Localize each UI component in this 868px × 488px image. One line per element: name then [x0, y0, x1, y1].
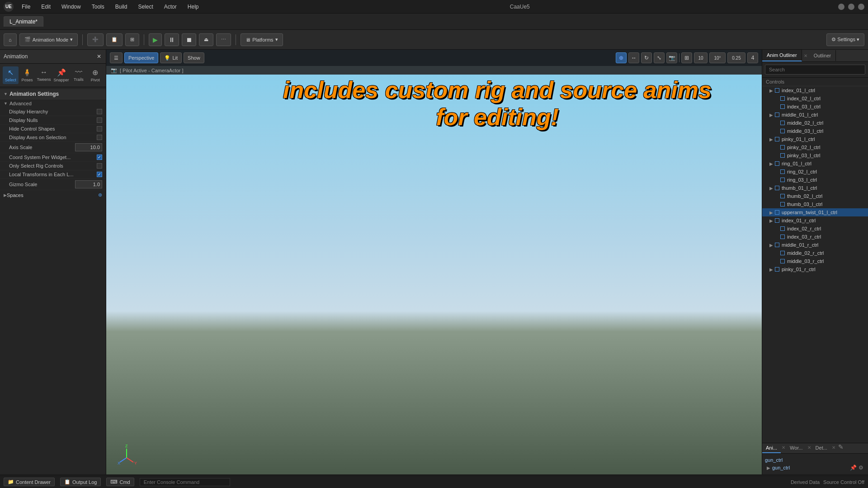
- tree-item-pinky_01_l_ctrl[interactable]: ▶pinky_01_l_ctrl: [762, 135, 868, 143]
- tree-item-index_02_r_ctrl[interactable]: index_02_r_ctrl: [762, 225, 868, 233]
- stop-button[interactable]: ⏹: [182, 33, 196, 46]
- only-rig-checkbox[interactable]: [97, 163, 102, 169]
- eject-button[interactable]: ⏏: [199, 33, 213, 46]
- local-transforms-checkbox[interactable]: [97, 172, 102, 177]
- tree-item-pinky_03_l_ctrl[interactable]: pinky_03_l_ctrl: [762, 151, 868, 160]
- grid-size-tool[interactable]: 10: [694, 52, 708, 63]
- tree-item-pinky_01_r_ctrl[interactable]: ▶pinky_01_r_ctrl: [762, 265, 868, 273]
- animation-settings-header[interactable]: ▼ Animation Settings: [0, 89, 106, 99]
- menu-help[interactable]: Help: [185, 3, 202, 11]
- show-button[interactable]: Show: [184, 52, 204, 63]
- tree-item-thumb_02_l_ctrl[interactable]: thumb_02_l_ctrl: [762, 192, 868, 200]
- tool-tweens[interactable]: ↔ Tweens: [36, 66, 52, 84]
- tab-anim-outliner[interactable]: Anim Outliner: [762, 50, 802, 61]
- spaces-add-icon[interactable]: ⊕: [98, 192, 102, 198]
- translate-tool[interactable]: ↔: [628, 52, 639, 63]
- output-log-button[interactable]: 📋 Output Log: [60, 478, 101, 486]
- content-drawer-button[interactable]: 📁 Content Drawer: [4, 478, 55, 486]
- tool-pivot[interactable]: ⊕ Pivot: [87, 66, 103, 84]
- gizmo-scale-input[interactable]: [75, 180, 102, 188]
- settings-button[interactable]: ⚙ Settings ▾: [826, 33, 864, 46]
- tree-item-pinky_02_l_ctrl[interactable]: pinky_02_l_ctrl: [762, 143, 868, 151]
- transform-tool[interactable]: ⊕: [616, 52, 627, 63]
- tree-item-ring_01_l_ctrl[interactable]: ▶ring_01_l_ctrl: [762, 160, 868, 168]
- tree-item-middle_02_l_ctrl[interactable]: middle_02_l_ctrl: [762, 119, 868, 127]
- add-actor-button[interactable]: ➕: [87, 33, 104, 46]
- tree-item-middle_01_r_ctrl[interactable]: ▶middle_01_r_ctrl: [762, 241, 868, 249]
- tree-item-ring_03_l_ctrl[interactable]: ring_03_l_ctrl: [762, 176, 868, 184]
- cmd-button[interactable]: ⌨ Cmd: [106, 478, 134, 486]
- console-input[interactable]: [140, 478, 230, 486]
- tree-item-middle_03_r_ctrl[interactable]: middle_03_r_ctrl: [762, 257, 868, 265]
- gun-ctrl-item[interactable]: gun_ctrl: [772, 465, 790, 470]
- tree-item-thumb_03_l_ctrl[interactable]: thumb_03_l_ctrl: [762, 200, 868, 208]
- gun-ctrl-expand[interactable]: ▶: [767, 465, 770, 470]
- menu-edit[interactable]: Edit: [38, 3, 53, 11]
- rotate-tool[interactable]: ↻: [641, 52, 652, 63]
- more-button[interactable]: ⋯: [216, 33, 231, 46]
- anim-outliner-close[interactable]: ✕: [802, 53, 809, 58]
- tool-snapper[interactable]: 📌 Snapper: [53, 66, 70, 84]
- tool-select[interactable]: ↖ Select: [3, 66, 19, 84]
- advanced-header[interactable]: ▼ Advanced: [0, 99, 106, 108]
- display-axes-checkbox[interactable]: [97, 135, 102, 140]
- lower-tab-wor-close[interactable]: ✕: [807, 443, 812, 453]
- menu-actor[interactable]: Actor: [161, 3, 179, 11]
- scale-snap-tool[interactable]: 0.25: [727, 52, 745, 63]
- tree-item-middle_02_r_ctrl[interactable]: middle_02_r_ctrl: [762, 249, 868, 257]
- tree-item-index_03_r_ctrl[interactable]: index_03_r_ctrl: [762, 233, 868, 241]
- grid-tool[interactable]: ⊞: [681, 52, 692, 63]
- panel-close-icon[interactable]: ✕: [96, 52, 102, 61]
- tree-item-middle_01_l_ctrl[interactable]: ▶middle_01_l_ctrl: [762, 111, 868, 119]
- tree-item-index_01_r_ctrl[interactable]: ▶index_01_r_ctrl: [762, 216, 868, 225]
- hide-control-shapes-checkbox[interactable]: [97, 126, 102, 131]
- camera-speed-tool[interactable]: 4: [747, 52, 758, 63]
- lit-button[interactable]: 💡 Lit: [160, 52, 182, 63]
- tree-item-thumb_01_l_ctrl[interactable]: ▶thumb_01_l_ctrl: [762, 184, 868, 192]
- camera-tool[interactable]: 📷: [666, 52, 677, 63]
- lower-tab-det-close[interactable]: ✕: [831, 443, 836, 453]
- menu-select[interactable]: Select: [135, 3, 156, 11]
- scale-tool[interactable]: ⤡: [654, 52, 665, 63]
- lower-tab-ani[interactable]: Ani...: [762, 443, 781, 453]
- tree-item-index_03_l_ctrl[interactable]: index_03_l_ctrl: [762, 103, 868, 111]
- play-button[interactable]: ▶: [149, 33, 162, 46]
- axis-scale-input[interactable]: [75, 143, 102, 151]
- tab-outliner[interactable]: Outliner: [809, 50, 836, 61]
- menu-build[interactable]: Build: [113, 3, 130, 11]
- perspective-button[interactable]: Perspective: [124, 52, 158, 63]
- lower-tab-wor[interactable]: Wor...: [786, 443, 807, 453]
- menu-file[interactable]: File: [19, 3, 33, 11]
- tree-item-middle_03_l_ctrl[interactable]: middle_03_l_ctrl: [762, 127, 868, 135]
- search-input[interactable]: [765, 65, 865, 75]
- angle-snap-tool[interactable]: 10°: [709, 52, 726, 63]
- derived-data-label[interactable]: Derived Data: [791, 479, 820, 485]
- tool-trails[interactable]: 〰 Trails: [71, 66, 87, 84]
- close-button[interactable]: [858, 4, 864, 10]
- lower-tab-det[interactable]: Det...: [812, 443, 831, 453]
- layout-button[interactable]: ⊞: [125, 33, 139, 46]
- pause-button[interactable]: ⏸: [165, 33, 179, 46]
- display-hierarchy-checkbox[interactable]: [97, 109, 102, 114]
- coord-system-checkbox[interactable]: [97, 155, 102, 160]
- minimize-button[interactable]: [838, 4, 844, 10]
- lower-tab-edit-icon[interactable]: ✎: [838, 443, 844, 453]
- tree-item-ring_02_l_ctrl[interactable]: ring_02_l_ctrl: [762, 168, 868, 176]
- home-button[interactable]: ⌂: [4, 33, 17, 46]
- gun-ctrl-settings-icon[interactable]: ⚙: [859, 465, 863, 471]
- display-nulls-checkbox[interactable]: [97, 117, 102, 123]
- tab-l-animate[interactable]: L_Animate*: [4, 16, 43, 27]
- tree-item-index_02_l_ctrl[interactable]: index_02_l_ctrl: [762, 94, 868, 103]
- tool-poses[interactable]: 🧍 Poses: [19, 66, 35, 84]
- platforms-button[interactable]: 🖥 Platforms ▾: [241, 33, 283, 46]
- source-control-label[interactable]: Source Control Off: [823, 479, 864, 485]
- maximize-button[interactable]: [848, 4, 854, 10]
- menu-tools[interactable]: Tools: [89, 3, 107, 11]
- gun-ctrl-pin-icon[interactable]: 📌: [850, 465, 857, 471]
- lower-tab-ani-close[interactable]: ✕: [781, 443, 786, 453]
- menu-window[interactable]: Window: [59, 3, 84, 11]
- tree-item-index_01_l_ctrl[interactable]: ▶index_01_l_ctrl: [762, 86, 868, 94]
- viewport-menu-button[interactable]: ☰: [110, 52, 123, 63]
- content-button[interactable]: 📋: [106, 33, 123, 46]
- tree-item-upperarm_twist_01_l_ctrl[interactable]: ▶upperarm_twist_01_l_ctrl: [762, 208, 868, 216]
